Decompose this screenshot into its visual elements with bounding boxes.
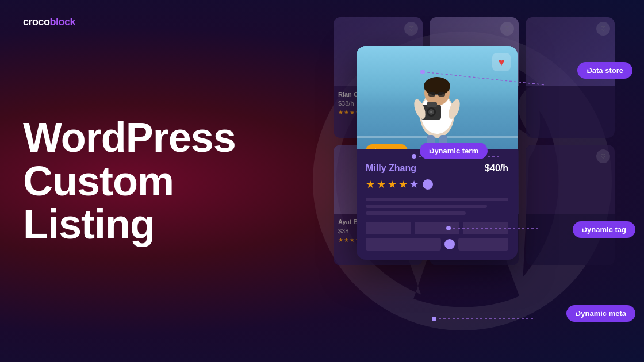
card-heart-button[interactable]: ♥ (492, 53, 511, 71)
svg-point-12 (430, 111, 432, 113)
verified-badge: ✓ Verified (366, 144, 408, 149)
dynamic-tag-label: Dynamic tag (582, 225, 626, 234)
bg-card-6: ♡ (526, 145, 615, 265)
text-line-3 (366, 211, 466, 215)
star-5-half: ★ (409, 178, 419, 191)
tag-4 (366, 238, 441, 251)
text-line-2 (366, 205, 487, 208)
rating-stars-row: ★ ★ ★ ★ ★ (366, 178, 508, 191)
logo-block-text: block (50, 16, 76, 28)
text-line-1 (366, 198, 508, 201)
meta-connector-dot (444, 239, 455, 249)
tag-row-1 (366, 222, 508, 234)
logo-croco-text: croco (23, 16, 50, 28)
svg-rect-6 (438, 92, 445, 97)
svg-rect-5 (428, 92, 435, 97)
dynamic-term-label: Dynamic term (429, 147, 478, 155)
dynamic-tag-tooltip: Dynamic tag (573, 221, 635, 238)
bg-card-6-heart: ♡ (596, 149, 610, 163)
star-connector-dot (423, 179, 433, 190)
bg-card-3-heart: ♡ (596, 22, 610, 36)
brand-logo: croco block (23, 16, 75, 28)
star-4: ★ (398, 178, 408, 191)
person-info-row: Milly Zhang $40/h (366, 163, 508, 174)
dynamic-meta-label: Dynamic meta (576, 309, 626, 318)
card-image-area: ♥ ✓ Verified (356, 46, 518, 149)
verified-check-icon: ✓ (371, 147, 377, 149)
data-store-label: Data store (586, 66, 623, 75)
photographer-svg (397, 63, 477, 149)
tag-2 (415, 222, 460, 234)
main-title: WordPress Custom Listing (23, 116, 299, 247)
description-lines (366, 198, 508, 215)
bg-card-2-heart: ♡ (500, 22, 514, 36)
tag-1 (366, 222, 411, 234)
dynamic-term-tooltip: Dynamic term (420, 143, 488, 159)
person-name: Milly Zhang (366, 163, 416, 174)
data-store-tooltip: Data store (577, 62, 632, 79)
svg-point-4 (424, 77, 450, 95)
dynamic-meta-tooltip: Dynamic meta (566, 305, 635, 322)
hero-text: WordPress Custom Listing (23, 116, 299, 247)
svg-rect-9 (427, 102, 437, 107)
tag-3 (463, 222, 508, 234)
card-body: Milly Zhang $40/h ★ ★ ★ ★ ★ (356, 149, 518, 260)
star-3: ★ (388, 178, 397, 191)
star-1: ★ (366, 178, 375, 191)
person-price: $40/h (485, 163, 508, 174)
bg-card-1-heart: ♡ (404, 22, 418, 36)
tag-5 (458, 238, 508, 251)
heart-icon: ♥ (499, 56, 505, 68)
bg-card-6-img: ♡ (526, 145, 615, 214)
star-2: ★ (377, 178, 386, 191)
right-cards-area: ♡ Rian Cope $38/h ★★★★★ ♡ Rian Cope $45 … (322, 0, 644, 362)
tag-row-2 (366, 238, 508, 251)
